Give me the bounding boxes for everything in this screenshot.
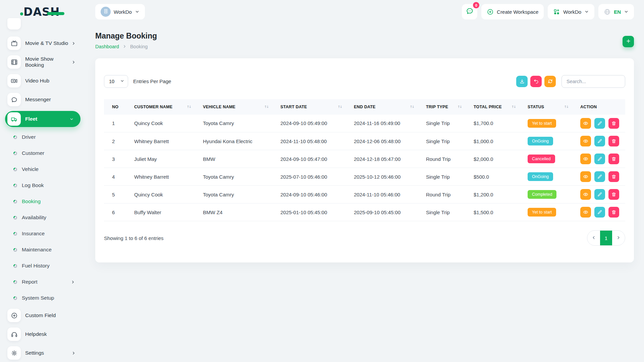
sidebar-item-helpdesk[interactable]: Helpdesk	[7, 327, 80, 341]
cell-end-date: 2024-11-16 05:49:00	[346, 115, 418, 132]
column-header-trip-type[interactable]: TRIP TYPE↑↓	[418, 99, 466, 115]
sidebar-item-label: Custom Field	[25, 312, 56, 318]
delete-button[interactable]	[608, 171, 619, 182]
delete-button[interactable]	[608, 207, 619, 218]
sidebar-subitem-availability[interactable]: Availability	[13, 211, 80, 224]
sidebar-subitem-vehicle[interactable]: Vehicle	[13, 163, 80, 176]
delete-button[interactable]	[608, 189, 619, 200]
view-button[interactable]	[580, 118, 591, 129]
view-button[interactable]	[580, 154, 591, 164]
sidebar-subitem-maintenance[interactable]: Maintenance	[13, 243, 80, 256]
sidebar-item-movie-show-booking[interactable]: Movie Show Booking	[7, 55, 80, 69]
column-header-end-date[interactable]: END DATE↑↓	[346, 99, 418, 115]
refresh-button[interactable]	[544, 76, 556, 87]
edit-button[interactable]	[594, 118, 605, 129]
view-button[interactable]	[580, 136, 591, 146]
row-actions	[580, 171, 625, 182]
sidebar-item-label: Booking	[22, 198, 41, 204]
column-header-label: TRIP TYPE	[426, 105, 448, 109]
cell-start-date: 2024-09-10 05:47:00	[272, 150, 346, 168]
cell-customer-name: Juliet May	[126, 150, 195, 168]
sidebar-item-fleet[interactable]: Fleet	[5, 111, 80, 127]
view-button[interactable]	[580, 171, 591, 182]
edit-button[interactable]	[594, 207, 605, 218]
sidebar-subitem-customer[interactable]: Customer	[13, 146, 80, 160]
sidebar-subitem-booking[interactable]: Booking	[13, 195, 80, 208]
cell-start-date: 2025-01-10 05:45:00	[272, 203, 346, 221]
breadcrumb-item-dashboard[interactable]: Dashboard	[95, 44, 119, 49]
status-badge: Yet to start	[528, 119, 556, 128]
cell-status: Yet to start	[520, 115, 572, 132]
edit-button[interactable]	[594, 154, 605, 164]
sidebar-subitem-log-book[interactable]: Log Book	[13, 179, 80, 192]
sidebar-subitem-fuel-history[interactable]: Fuel History	[13, 259, 80, 273]
sidebar-item-movie-tv-studio[interactable]: Movie & TV Studio	[7, 37, 80, 50]
status-badge: OnGoing	[528, 137, 553, 145]
bullet-icon	[13, 216, 17, 220]
topbar: WorkDo 0 Create Workspace WorkDo	[95, 4, 634, 19]
film-icon	[11, 59, 18, 66]
bullet-icon	[13, 135, 17, 139]
cell-total-price: $1,000.0	[466, 132, 520, 150]
column-header-customer-name[interactable]: CUSTOMER NAME↑↓	[126, 99, 195, 115]
sidebar-subitem-system-setup[interactable]: System Setup	[13, 291, 80, 305]
cell-actions	[572, 168, 625, 186]
sort-icon: ↑↓	[264, 105, 268, 109]
undo-button[interactable]	[530, 76, 542, 87]
sidebar-item-label: Log Book	[22, 182, 44, 188]
cell-trip-type: Single Trip	[418, 168, 466, 186]
previous-page-button[interactable]	[587, 230, 600, 246]
sidebar-subitem-driver[interactable]: Driver	[13, 130, 80, 144]
language-selector[interactable]: EN	[598, 4, 634, 19]
workspace-menu-button[interactable]: WorkDo	[548, 4, 594, 19]
download-button[interactable]	[516, 76, 528, 87]
bullet-icon	[13, 200, 17, 203]
column-header-total-price[interactable]: TOTAL PRICE↑↓	[466, 99, 520, 115]
view-button[interactable]	[580, 189, 591, 200]
search-input[interactable]	[561, 75, 625, 88]
column-header-label: START DATE	[280, 105, 307, 109]
table-row: 4Whitney BarrettToyota Camry2025-07-10 0…	[104, 168, 625, 186]
sidebar-item-video-hub[interactable]: Video Hub	[7, 74, 80, 87]
chevron-right-icon-wrap	[71, 60, 76, 64]
sidebar-item-label: Report	[22, 279, 38, 285]
sidebar-item-custom-field[interactable]: Custom Field	[7, 309, 80, 322]
sidebar-item-label: System Setup	[22, 295, 54, 301]
messages-button[interactable]: 0	[462, 4, 477, 19]
edit-button[interactable]	[594, 136, 605, 146]
table-row: 1Quincy CookToyota Camry2024-09-10 05:49…	[104, 115, 625, 132]
delete-button[interactable]	[608, 136, 619, 146]
sidebar-item-settings[interactable]: Settings	[7, 346, 80, 360]
view-button[interactable]	[580, 207, 591, 218]
workspace-selector[interactable]: WorkDo	[95, 4, 145, 19]
cell-start-date: 2024-09-10 05:46:00	[272, 186, 346, 203]
create-workspace-button[interactable]: Create Workspace	[481, 4, 544, 19]
delete-button[interactable]	[608, 154, 619, 164]
bullet-icon	[13, 264, 17, 268]
edit-button[interactable]	[594, 171, 605, 182]
column-header-status[interactable]: STATUS↑↓	[520, 99, 572, 115]
sort-icon: ↑↓	[186, 105, 191, 109]
sidebar-subitem-insurance[interactable]: Insurance	[13, 227, 80, 240]
trash-icon	[611, 209, 616, 215]
app-logo[interactable]: DASH	[0, 0, 85, 21]
column-header-start-date[interactable]: START DATE↑↓	[272, 99, 346, 115]
edit-button[interactable]	[594, 189, 605, 200]
table-footer: Showing 1 to 6 of 6 entries 1	[104, 230, 625, 246]
column-header-vehicle-name[interactable]: VEHICLE NAME↑↓	[195, 99, 272, 115]
delete-button[interactable]	[608, 118, 619, 129]
current-page-button[interactable]: 1	[600, 230, 612, 246]
sidebar-item-messenger[interactable]: Messenger	[7, 93, 80, 106]
cell-status: Cancelled	[520, 150, 572, 168]
cell-status: Yet to start	[520, 203, 572, 221]
sidebar-subitem-report[interactable]: Report	[13, 275, 80, 289]
next-page-button[interactable]	[612, 230, 625, 246]
entries-per-page-select[interactable]: 10	[104, 75, 128, 88]
cell-actions	[572, 203, 625, 221]
building-icon	[103, 8, 109, 14]
add-booking-button[interactable]	[623, 36, 634, 47]
status-badge: Cancelled	[528, 155, 555, 163]
sidebar-item-label: Driver	[22, 134, 36, 140]
logo-accent-dot	[20, 12, 23, 15]
chevron-down-icon	[120, 79, 124, 83]
